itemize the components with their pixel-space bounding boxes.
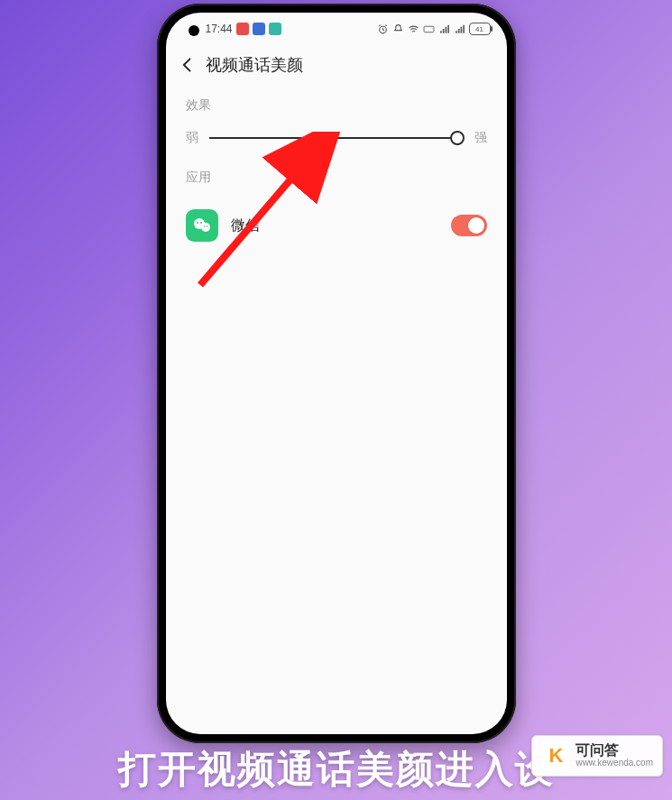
wifi-icon: [408, 23, 419, 35]
beauty-intensity-slider-row: 弱 强: [166, 126, 507, 164]
watermark-logo: K: [541, 741, 570, 770]
beauty-intensity-slider[interactable]: [209, 137, 464, 139]
watermark-url: www.kewenda.com: [575, 759, 653, 768]
app-row-left: 微信: [186, 209, 260, 242]
network-hd-icon: [423, 23, 435, 35]
svg-point-5: [200, 222, 202, 224]
app-row-wechat: 微信: [166, 198, 507, 253]
status-bar-right: 41: [377, 23, 491, 35]
title-bar: 视频通话美颜: [166, 45, 507, 92]
bell-icon: [392, 23, 404, 35]
front-camera-punchhole: [189, 25, 199, 36]
slider-max-label: 强: [474, 130, 487, 146]
wechat-icon: [186, 209, 218, 242]
slider-min-label: 弱: [186, 130, 198, 146]
status-app-badge-3: [269, 23, 281, 35]
site-watermark: K 可问答 www.kewenda.com: [531, 735, 663, 777]
svg-rect-1: [424, 26, 434, 32]
svg-point-3: [201, 223, 210, 232]
signal-icon-1: [438, 23, 450, 35]
status-bar-left: 17:44: [206, 23, 281, 35]
phone-frame: 17:44 41 视频通话美颜: [157, 4, 516, 743]
back-arrow-icon[interactable]: [179, 56, 197, 74]
slider-thumb[interactable]: [450, 131, 465, 145]
battery-icon: 41: [469, 23, 491, 35]
svg-point-7: [206, 225, 207, 227]
page-title: 视频通话美颜: [206, 54, 303, 76]
status-bar: 17:44 41: [166, 13, 507, 45]
svg-point-6: [203, 225, 205, 227]
battery-percent-text: 41: [475, 25, 483, 33]
alarm-icon: [377, 23, 389, 35]
signal-icon-2: [454, 23, 465, 35]
clock-text: 17:44: [206, 23, 233, 35]
section-label-effect: 效果: [166, 92, 507, 126]
section-label-apps: 应用: [166, 164, 507, 198]
phone-screen: 17:44 41 视频通话美颜: [166, 13, 507, 734]
watermark-title: 可问答: [575, 743, 653, 759]
wechat-beauty-toggle[interactable]: [451, 215, 487, 236]
status-app-badge-2: [253, 23, 265, 35]
svg-point-4: [197, 222, 198, 224]
app-name-label: 微信: [231, 216, 260, 235]
toggle-knob: [468, 217, 484, 234]
status-app-badge-1: [236, 23, 249, 35]
